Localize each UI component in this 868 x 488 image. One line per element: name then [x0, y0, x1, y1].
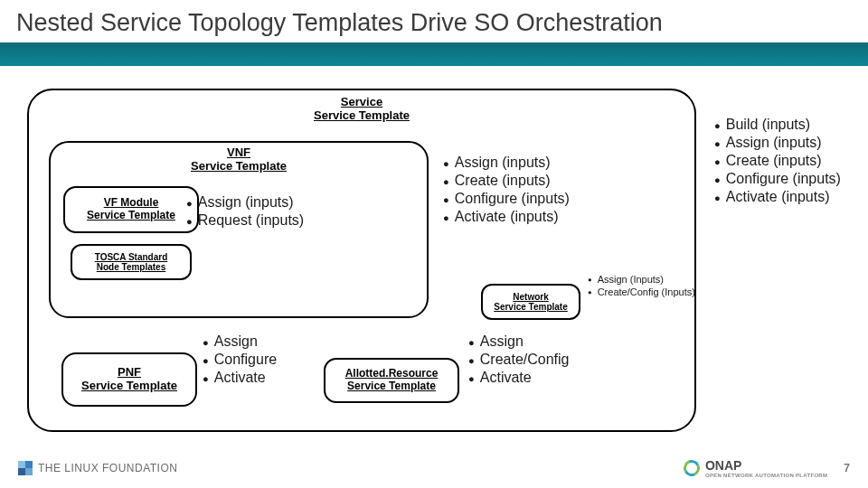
- list-item: Assign (inputs): [186, 193, 304, 211]
- list-item: Activate: [203, 369, 277, 387]
- pnf-actions-list: Assign Configure Activate: [203, 333, 277, 387]
- vnf-template-title: VNFService Template: [51, 146, 427, 174]
- tosca-node-templates-box: TOSCA StandardNode Templates: [71, 244, 192, 280]
- onap-subtext: OPEN NETWORK AUTOMATION PLATFORM: [705, 473, 827, 478]
- list-item: Activate (inputs): [443, 208, 570, 226]
- vnf-actions-list: Assign (inputs) Create (inputs) Configur…: [443, 154, 570, 226]
- pnf-template-box: PNFService Template: [61, 352, 197, 407]
- list-item: Activate (inputs): [714, 188, 841, 206]
- vf-module-actions-list: Assign (inputs) Request (inputs): [186, 193, 304, 230]
- list-item: Assign: [468, 333, 569, 351]
- list-item: Request (inputs): [186, 211, 304, 230]
- list-item: Create (inputs): [714, 152, 841, 170]
- linux-foundation-icon: [18, 461, 33, 475]
- network-template-box: NetworkService Template: [481, 284, 580, 320]
- list-item: Configure (inputs): [714, 170, 841, 188]
- onap-icon: [681, 457, 702, 478]
- list-item: Create/Config: [468, 351, 569, 369]
- linux-foundation-text: THE LINUX FOUNDATION: [38, 462, 177, 474]
- list-item: Activate: [468, 369, 569, 387]
- service-template-title: ServiceService Template: [29, 96, 694, 123]
- list-item: Configure: [203, 351, 277, 369]
- service-actions-list: Build (inputs) Assign (inputs) Create (i…: [714, 116, 841, 206]
- linux-foundation-logo: THE LINUX FOUNDATION: [18, 461, 177, 475]
- service-template-box: ServiceService Template VNFService Templ…: [27, 89, 696, 432]
- diagram-stage: ServiceService Template VNFService Templ…: [9, 72, 859, 452]
- list-item: Assign: [203, 333, 277, 351]
- allotted-resource-template-box: Allotted.ResourceService Template: [324, 358, 459, 403]
- list-item: Assign (Inputs): [588, 273, 695, 286]
- network-actions-list: Assign (Inputs) Create/Config (Inputs): [588, 273, 695, 299]
- vf-module-template-box: VF ModuleService Template: [63, 186, 199, 233]
- slide-footer: THE LINUX FOUNDATION ONAP OPEN NETWORK A…: [0, 454, 868, 483]
- list-item: Build (inputs): [714, 116, 841, 134]
- page-number: 7: [844, 462, 850, 474]
- list-item: Configure (inputs): [443, 190, 570, 208]
- allotted-actions-list: Assign Create/Config Activate: [468, 333, 569, 387]
- onap-text: ONAP: [705, 458, 741, 473]
- vnf-template-box: VNFService Template VF ModuleService Tem…: [49, 141, 429, 318]
- list-item: Create (inputs): [443, 172, 570, 190]
- list-item: Create/Config (Inputs): [588, 286, 695, 298]
- slide-title: Nested Service Topology Templates Drive …: [0, 0, 868, 42]
- list-item: Assign (inputs): [714, 134, 841, 152]
- list-item: Assign (inputs): [443, 154, 570, 172]
- title-underline-stripe: [0, 42, 868, 66]
- onap-logo: ONAP OPEN NETWORK AUTOMATION PLATFORM 7: [684, 458, 850, 478]
